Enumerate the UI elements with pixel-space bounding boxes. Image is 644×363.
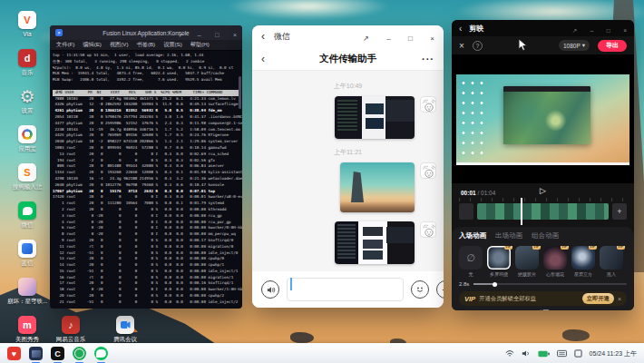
minimize-icon[interactable]: – (590, 28, 594, 34)
screenshot-viewer-icon[interactable] (29, 347, 43, 360)
game-honkai-icon (18, 278, 36, 296)
back-icon[interactable]: ‹ (459, 24, 462, 34)
effect-item[interactable]: ∅无 (459, 246, 483, 277)
export-button[interactable]: 导出 (598, 40, 627, 52)
tab-入场动画[interactable]: 入场动画 (459, 231, 486, 240)
top-summary-line: top - 11:31:50 up 51 min, 1 user, load a… (53, 53, 239, 59)
top-summary-line: 任务: 300 total, 3 running, 298 sleeping, … (53, 59, 239, 65)
minimize-icon[interactable]: – (386, 35, 390, 43)
menu-item[interactable]: 书签(B) (137, 41, 156, 49)
wechat-tray-icon[interactable] (94, 347, 108, 360)
close-icon[interactable]: × (430, 35, 434, 43)
chat-image-wallpaper-landscape[interactable] (340, 162, 415, 212)
avatar[interactable] (420, 96, 436, 113)
close-icon[interactable]: × (623, 28, 627, 34)
tab-出场动画[interactable]: 出场动画 (495, 231, 522, 240)
chat-more-icon[interactable]: ··· (422, 54, 434, 64)
playback-controls: 00:01 / 01:04 ▷ (452, 183, 634, 198)
duration-slider[interactable] (473, 283, 627, 285)
float-window-icon[interactable]: ↗ (363, 35, 369, 43)
help-icon[interactable]: ? (473, 41, 483, 51)
effect-name: 多屏环绕 (487, 271, 511, 277)
maximize-icon[interactable]: □ (408, 35, 413, 43)
close-icon[interactable]: × (233, 32, 237, 38)
chat-image-desktop-screenshot-2[interactable] (335, 221, 415, 264)
float-window-icon[interactable]: ↗ (179, 32, 184, 38)
play-icon[interactable]: ▷ (452, 186, 634, 195)
menu-item[interactable]: 视图(V) (110, 41, 129, 49)
editor-titlebar[interactable]: ‹ 剪映 ↗ – □ × (452, 20, 634, 36)
maximize-icon[interactable]: □ (215, 32, 219, 38)
chat-header: ‹ 文件传输助手 ··· (252, 47, 444, 71)
menu-item[interactable]: 帮助(H) (190, 41, 210, 49)
clip-strip[interactable] (477, 203, 609, 220)
desktop-icon-settings-gear[interactable]: ⚙设置 (7, 87, 47, 115)
green-tool-icon[interactable] (73, 347, 86, 360)
minimize-icon[interactable]: – (198, 32, 201, 38)
voice-icon[interactable] (261, 280, 279, 299)
capcut-icon[interactable]: C (51, 347, 64, 360)
collapse-panel-icon[interactable]: ∨ (620, 309, 625, 310)
workspace-icon[interactable] (574, 349, 582, 358)
desktop-icon-tencent-meeting[interactable]: 腾讯会议 (105, 316, 145, 344)
terminal-output[interactable]: top - 11:31:50 up 51 min, 1 user, load a… (50, 51, 242, 309)
volume-icon[interactable] (522, 349, 531, 358)
desktop-icon-lanxin[interactable]: 蓝信 (7, 240, 47, 268)
process-row: 20 root 20 0 0 0 0 S 0.0 0.0 0:00.00 cpu… (53, 293, 239, 299)
close-project-icon[interactable]: × (459, 41, 464, 51)
effect-item[interactable]: VIP多屏环绕 (487, 246, 511, 277)
process-row: 7888 10104 20 0 27.6g 903062 461371 S 25… (53, 96, 239, 103)
process-row: 9 root 20 0 0 0 0 S 0.0 0.0 0:00.17 ksof… (53, 238, 239, 244)
scrollbar-thumb[interactable] (239, 76, 241, 109)
timeline[interactable]: + (452, 198, 634, 225)
chat-image-desktop-screenshot-1[interactable] (335, 96, 415, 139)
menu-item[interactable]: 编辑(E) (83, 41, 102, 49)
desktop-icon-meitu[interactable]: m美图秀秀 (7, 316, 47, 344)
message-input[interactable] (287, 278, 404, 301)
playhead[interactable] (521, 198, 522, 225)
wechat-titlebar[interactable]: ‹ 微信 ↗ – □ × (252, 25, 444, 47)
launcher-icon[interactable]: ♥ (7, 347, 21, 360)
taskbar-clock[interactable]: 05/24 11:23 上午 (590, 349, 637, 358)
float-window-icon[interactable]: ↗ (572, 28, 577, 34)
system-tray: 05/24 11:23 上午 (505, 349, 637, 358)
app-store-icon (18, 125, 36, 143)
vip-banner-close-icon[interactable]: × (618, 296, 621, 302)
jianying-editor-window: ‹ 剪映 ↗ – □ × × ? 1080P ▾ 导出 (452, 20, 634, 310)
input-method-icon[interactable] (557, 349, 567, 358)
video-preview[interactable] (452, 54, 634, 183)
emoji-icon[interactable] (411, 280, 429, 299)
battery-icon[interactable] (538, 350, 550, 358)
avatar[interactable] (420, 162, 436, 179)
vip-subscribe-button[interactable]: 立即开通 (582, 293, 614, 304)
desktop-icon-music-app[interactable]: d音乐 (7, 49, 47, 77)
desktop-icon-label: 蓝信 (7, 260, 47, 268)
desktop-icon-wechat[interactable]: 微信 (7, 201, 47, 230)
effect-item[interactable]: VIP甩入 (600, 246, 623, 277)
quality-dropdown[interactable]: 1080P ▾ (559, 40, 590, 51)
avatar[interactable] (420, 221, 436, 238)
effect-item[interactable]: VIP心形烟花 (543, 246, 567, 277)
desktop-icon-via-browser[interactable]: VVia (7, 11, 47, 37)
tab-组合动画[interactable]: 组合动画 (532, 231, 559, 240)
process-row: 13 root 20 0 0 0 0 I 0.3 0.0 0:02.69 rcu… (53, 152, 239, 158)
desktop-icon-game-honkai[interactable]: 崩坏：星穹铁... (7, 278, 47, 306)
chat-message-row (252, 162, 444, 212)
back-icon[interactable]: ‹ (261, 31, 265, 42)
desktop-icon-app-store[interactable]: 应用宝 (7, 125, 47, 153)
plus-icon[interactable]: + (436, 280, 444, 299)
desktop-icon-netease-music[interactable]: ♪网易云音乐 (51, 316, 91, 344)
netease-music-icon: ♪ (62, 316, 80, 334)
wifi-icon[interactable] (505, 349, 514, 358)
menu-item[interactable]: 设置(S) (163, 41, 182, 49)
desktop-icon-sogou-input[interactable]: S搜狗输入法 (7, 163, 47, 191)
chat-message-list[interactable]: 上午10:49上午11:21 (252, 71, 444, 271)
effect-item[interactable]: VIP星雲立方 (571, 246, 595, 277)
slider-knob[interactable] (493, 282, 497, 287)
maximize-icon[interactable]: □ (607, 28, 610, 34)
konsole-titlebar[interactable]: > Fusion Linux Application:Konsole ↗ – □… (50, 25, 242, 40)
cover-thumb[interactable] (459, 203, 473, 220)
add-clip-button[interactable]: + (612, 203, 627, 220)
effect-item[interactable]: VIP绝版胶片 (515, 246, 539, 277)
menu-item[interactable]: 文件(F) (56, 41, 74, 49)
